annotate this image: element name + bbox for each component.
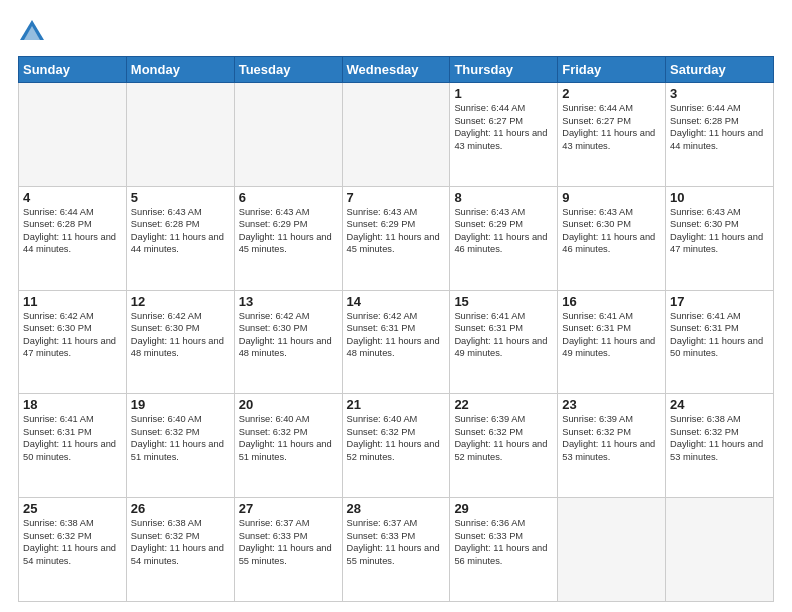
day-number: 23: [562, 397, 661, 412]
day-info: Sunrise: 6:42 AM Sunset: 6:31 PM Dayligh…: [347, 310, 446, 360]
calendar-header-row: SundayMondayTuesdayWednesdayThursdayFrid…: [19, 57, 774, 83]
day-number: 13: [239, 294, 338, 309]
day-number: 3: [670, 86, 769, 101]
day-info: Sunrise: 6:40 AM Sunset: 6:32 PM Dayligh…: [347, 413, 446, 463]
calendar-week-2: 11Sunrise: 6:42 AM Sunset: 6:30 PM Dayli…: [19, 290, 774, 394]
day-number: 29: [454, 501, 553, 516]
calendar-cell: 9Sunrise: 6:43 AM Sunset: 6:30 PM Daylig…: [558, 186, 666, 290]
calendar-cell: 23Sunrise: 6:39 AM Sunset: 6:32 PM Dayli…: [558, 394, 666, 498]
calendar-cell: [342, 83, 450, 187]
day-number: 22: [454, 397, 553, 412]
day-info: Sunrise: 6:38 AM Sunset: 6:32 PM Dayligh…: [23, 517, 122, 567]
day-number: 4: [23, 190, 122, 205]
calendar-cell: 2Sunrise: 6:44 AM Sunset: 6:27 PM Daylig…: [558, 83, 666, 187]
day-number: 24: [670, 397, 769, 412]
day-number: 1: [454, 86, 553, 101]
calendar-cell: 4Sunrise: 6:44 AM Sunset: 6:28 PM Daylig…: [19, 186, 127, 290]
day-info: Sunrise: 6:42 AM Sunset: 6:30 PM Dayligh…: [131, 310, 230, 360]
calendar-cell: 18Sunrise: 6:41 AM Sunset: 6:31 PM Dayli…: [19, 394, 127, 498]
calendar-cell: 21Sunrise: 6:40 AM Sunset: 6:32 PM Dayli…: [342, 394, 450, 498]
calendar-cell: 6Sunrise: 6:43 AM Sunset: 6:29 PM Daylig…: [234, 186, 342, 290]
calendar-cell: 27Sunrise: 6:37 AM Sunset: 6:33 PM Dayli…: [234, 498, 342, 602]
day-info: Sunrise: 6:43 AM Sunset: 6:29 PM Dayligh…: [454, 206, 553, 256]
day-info: Sunrise: 6:40 AM Sunset: 6:32 PM Dayligh…: [239, 413, 338, 463]
calendar-cell: 28Sunrise: 6:37 AM Sunset: 6:33 PM Dayli…: [342, 498, 450, 602]
calendar-cell: 24Sunrise: 6:38 AM Sunset: 6:32 PM Dayli…: [666, 394, 774, 498]
weekday-header-tuesday: Tuesday: [234, 57, 342, 83]
calendar-cell: 1Sunrise: 6:44 AM Sunset: 6:27 PM Daylig…: [450, 83, 558, 187]
day-number: 17: [670, 294, 769, 309]
day-info: Sunrise: 6:39 AM Sunset: 6:32 PM Dayligh…: [562, 413, 661, 463]
day-info: Sunrise: 6:41 AM Sunset: 6:31 PM Dayligh…: [454, 310, 553, 360]
calendar-table: SundayMondayTuesdayWednesdayThursdayFrid…: [18, 56, 774, 602]
day-info: Sunrise: 6:41 AM Sunset: 6:31 PM Dayligh…: [562, 310, 661, 360]
day-info: Sunrise: 6:37 AM Sunset: 6:33 PM Dayligh…: [347, 517, 446, 567]
calendar-cell: 26Sunrise: 6:38 AM Sunset: 6:32 PM Dayli…: [126, 498, 234, 602]
calendar-cell: 25Sunrise: 6:38 AM Sunset: 6:32 PM Dayli…: [19, 498, 127, 602]
day-info: Sunrise: 6:40 AM Sunset: 6:32 PM Dayligh…: [131, 413, 230, 463]
day-info: Sunrise: 6:42 AM Sunset: 6:30 PM Dayligh…: [239, 310, 338, 360]
day-info: Sunrise: 6:38 AM Sunset: 6:32 PM Dayligh…: [131, 517, 230, 567]
weekday-header-monday: Monday: [126, 57, 234, 83]
day-info: Sunrise: 6:43 AM Sunset: 6:29 PM Dayligh…: [347, 206, 446, 256]
day-number: 5: [131, 190, 230, 205]
calendar-cell: 11Sunrise: 6:42 AM Sunset: 6:30 PM Dayli…: [19, 290, 127, 394]
day-number: 14: [347, 294, 446, 309]
calendar-cell: 13Sunrise: 6:42 AM Sunset: 6:30 PM Dayli…: [234, 290, 342, 394]
day-number: 27: [239, 501, 338, 516]
calendar-week-3: 18Sunrise: 6:41 AM Sunset: 6:31 PM Dayli…: [19, 394, 774, 498]
day-info: Sunrise: 6:43 AM Sunset: 6:28 PM Dayligh…: [131, 206, 230, 256]
calendar-cell: [666, 498, 774, 602]
calendar-cell: 15Sunrise: 6:41 AM Sunset: 6:31 PM Dayli…: [450, 290, 558, 394]
day-info: Sunrise: 6:44 AM Sunset: 6:28 PM Dayligh…: [670, 102, 769, 152]
day-info: Sunrise: 6:44 AM Sunset: 6:28 PM Dayligh…: [23, 206, 122, 256]
calendar-cell: 22Sunrise: 6:39 AM Sunset: 6:32 PM Dayli…: [450, 394, 558, 498]
day-info: Sunrise: 6:43 AM Sunset: 6:30 PM Dayligh…: [670, 206, 769, 256]
day-info: Sunrise: 6:39 AM Sunset: 6:32 PM Dayligh…: [454, 413, 553, 463]
weekday-header-thursday: Thursday: [450, 57, 558, 83]
calendar-cell: 14Sunrise: 6:42 AM Sunset: 6:31 PM Dayli…: [342, 290, 450, 394]
day-info: Sunrise: 6:41 AM Sunset: 6:31 PM Dayligh…: [670, 310, 769, 360]
logo-icon: [18, 18, 46, 46]
weekday-header-saturday: Saturday: [666, 57, 774, 83]
day-number: 18: [23, 397, 122, 412]
calendar-week-0: 1Sunrise: 6:44 AM Sunset: 6:27 PM Daylig…: [19, 83, 774, 187]
calendar-cell: [126, 83, 234, 187]
day-number: 10: [670, 190, 769, 205]
day-number: 21: [347, 397, 446, 412]
calendar-cell: 10Sunrise: 6:43 AM Sunset: 6:30 PM Dayli…: [666, 186, 774, 290]
calendar-cell: 12Sunrise: 6:42 AM Sunset: 6:30 PM Dayli…: [126, 290, 234, 394]
calendar-cell: 8Sunrise: 6:43 AM Sunset: 6:29 PM Daylig…: [450, 186, 558, 290]
day-number: 7: [347, 190, 446, 205]
day-number: 26: [131, 501, 230, 516]
weekday-header-sunday: Sunday: [19, 57, 127, 83]
calendar-cell: 29Sunrise: 6:36 AM Sunset: 6:33 PM Dayli…: [450, 498, 558, 602]
day-number: 9: [562, 190, 661, 205]
day-number: 2: [562, 86, 661, 101]
calendar-week-1: 4Sunrise: 6:44 AM Sunset: 6:28 PM Daylig…: [19, 186, 774, 290]
day-info: Sunrise: 6:37 AM Sunset: 6:33 PM Dayligh…: [239, 517, 338, 567]
weekday-header-wednesday: Wednesday: [342, 57, 450, 83]
logo: [18, 18, 50, 46]
calendar-cell: [558, 498, 666, 602]
weekday-header-friday: Friday: [558, 57, 666, 83]
day-info: Sunrise: 6:43 AM Sunset: 6:29 PM Dayligh…: [239, 206, 338, 256]
day-info: Sunrise: 6:43 AM Sunset: 6:30 PM Dayligh…: [562, 206, 661, 256]
day-info: Sunrise: 6:42 AM Sunset: 6:30 PM Dayligh…: [23, 310, 122, 360]
calendar-cell: [19, 83, 127, 187]
calendar-cell: 16Sunrise: 6:41 AM Sunset: 6:31 PM Dayli…: [558, 290, 666, 394]
calendar-cell: 17Sunrise: 6:41 AM Sunset: 6:31 PM Dayli…: [666, 290, 774, 394]
calendar-cell: [234, 83, 342, 187]
day-info: Sunrise: 6:44 AM Sunset: 6:27 PM Dayligh…: [454, 102, 553, 152]
day-info: Sunrise: 6:44 AM Sunset: 6:27 PM Dayligh…: [562, 102, 661, 152]
day-number: 19: [131, 397, 230, 412]
calendar-week-4: 25Sunrise: 6:38 AM Sunset: 6:32 PM Dayli…: [19, 498, 774, 602]
day-info: Sunrise: 6:36 AM Sunset: 6:33 PM Dayligh…: [454, 517, 553, 567]
day-info: Sunrise: 6:38 AM Sunset: 6:32 PM Dayligh…: [670, 413, 769, 463]
day-number: 12: [131, 294, 230, 309]
calendar-cell: 20Sunrise: 6:40 AM Sunset: 6:32 PM Dayli…: [234, 394, 342, 498]
calendar-cell: 3Sunrise: 6:44 AM Sunset: 6:28 PM Daylig…: [666, 83, 774, 187]
day-number: 20: [239, 397, 338, 412]
day-number: 15: [454, 294, 553, 309]
day-number: 16: [562, 294, 661, 309]
